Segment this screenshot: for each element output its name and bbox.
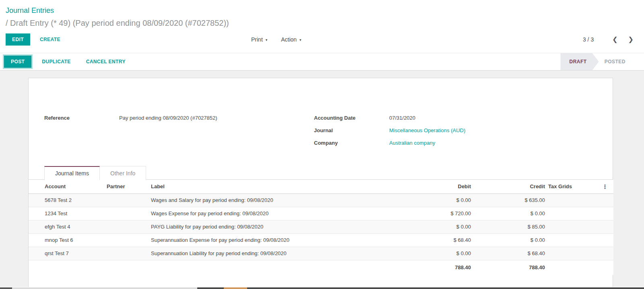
form-view-background: Reference Pay period ending 08/09/2020 (…	[0, 71, 644, 287]
status-state-posted[interactable]: POSTED	[599, 53, 633, 70]
column-header-credit[interactable]: Credit	[473, 180, 547, 193]
journal-items-table: Account Partner Label Debit Credit Tax G…	[29, 180, 613, 275]
statusbar: POST DUPLICATE CANCEL ENTRY DRAFT POSTED	[0, 53, 644, 71]
cell-partner	[105, 247, 149, 260]
cell-label: Superannuation Liability for pay period …	[149, 247, 386, 260]
cell-debit: $ 0.00	[386, 193, 473, 207]
chevron-down-icon: ▾	[299, 38, 301, 42]
cell-debit: $ 68.40	[386, 233, 473, 247]
cell-dots	[594, 207, 613, 220]
cell-dots	[594, 247, 613, 260]
journal-items-body: 5678 Test 2Wages and Salary for pay peri…	[29, 193, 613, 260]
total-debit: 788.40	[386, 260, 473, 275]
company-value-link[interactable]: Australian company	[389, 140, 435, 146]
cell-credit: $ 635.00	[473, 193, 547, 207]
table-row[interactable]: mnop Test 6Superannuation Expense for pa…	[29, 233, 613, 247]
journal-value-link[interactable]: Miscellaneous Operations (AUD)	[389, 127, 465, 133]
cell-tax_grids	[547, 207, 594, 220]
pager-value: 3 / 3	[583, 36, 594, 43]
cell-label: PAYG Liability for pay period ending: 09…	[149, 220, 386, 233]
cell-credit: $ 85.00	[473, 220, 547, 233]
bottom-edge-artifact	[224, 287, 247, 289]
accounting-date-label: Accounting Date	[314, 115, 389, 121]
cell-tax_grids	[547, 247, 594, 260]
column-header-tax-grids[interactable]: Tax Grids	[547, 180, 594, 193]
cell-credit: $ 0.00	[473, 233, 547, 247]
create-button[interactable]: CREATE	[35, 34, 65, 45]
cell-account: qrst Test 7	[29, 247, 105, 260]
form-fields: Reference Pay period ending 08/09/2020 (…	[29, 78, 613, 152]
total-credit: 788.40	[473, 260, 547, 275]
reference-value: Pay period ending 08/09/2020 (#7027852)	[119, 115, 217, 121]
table-row[interactable]: 1234 TestWages Expense for pay period en…	[29, 207, 613, 220]
optional-columns-toggle-icon[interactable]: ⋮	[602, 183, 608, 190]
table-row[interactable]: efgh Test 4PAYG Liability for pay period…	[29, 220, 613, 233]
chevron-down-icon: ▾	[266, 38, 268, 42]
cell-debit: $ 720.00	[386, 207, 473, 220]
table-totals-row: 788.40 788.40	[29, 260, 613, 275]
table-header-row: Account Partner Label Debit Credit Tax G…	[29, 180, 613, 193]
cell-tax_grids	[547, 220, 594, 233]
form-sheet: Reference Pay period ending 08/09/2020 (…	[28, 78, 613, 287]
action-dropdowns: Print ▾ Action ▾	[247, 33, 311, 46]
tab-other-info[interactable]: Other Info	[100, 166, 146, 180]
cell-account: efgh Test 4	[29, 220, 105, 233]
column-header-account[interactable]: Account	[29, 180, 105, 193]
duplicate-button[interactable]: DUPLICATE	[37, 56, 75, 67]
cell-account: mnop Test 6	[29, 233, 105, 247]
action-dropdown[interactable]: Action ▾	[277, 34, 305, 45]
notebook-tabs: Journal Items Other Info	[44, 166, 613, 180]
print-dropdown[interactable]: Print ▾	[247, 34, 271, 45]
cell-credit: $ 68.40	[473, 247, 547, 260]
cell-tax_grids	[547, 193, 594, 207]
column-header-label[interactable]: Label	[149, 180, 386, 193]
table-row[interactable]: qrst Test 7Superannuation Liability for …	[29, 247, 613, 260]
column-header-partner[interactable]: Partner	[105, 180, 149, 193]
cell-account: 1234 Test	[29, 207, 105, 220]
tab-journal-items[interactable]: Journal Items	[44, 166, 100, 180]
action-dropdown-label: Action	[281, 36, 297, 43]
cell-credit: $ 0.00	[473, 207, 547, 220]
cell-dots	[594, 233, 613, 247]
cell-dots	[594, 220, 613, 233]
accounting-date-value: 07/31/2020	[389, 115, 415, 121]
bottom-edge-artifact	[0, 287, 12, 289]
bottom-edge-artifact	[0, 287, 644, 289]
company-label: Company	[314, 140, 389, 146]
cell-debit: $ 0.00	[386, 247, 473, 260]
post-button[interactable]: POST	[4, 56, 31, 68]
journal-label: Journal	[314, 127, 389, 133]
column-header-debit[interactable]: Debit	[386, 180, 473, 193]
status-pipeline: DRAFT POSTED	[560, 53, 633, 70]
status-state-draft[interactable]: DRAFT	[560, 53, 599, 70]
cell-partner	[105, 207, 149, 220]
bottom-edge-artifact	[197, 287, 644, 289]
totals-empty	[29, 260, 105, 275]
control-panel-buttons: EDIT CREATE Print ▾ Action ▾ 3 / 3 ❮ ❯	[6, 33, 638, 46]
cell-partner	[105, 233, 149, 247]
edit-button[interactable]: EDIT	[6, 33, 30, 46]
cell-label: Superannuation Expense for pay period en…	[149, 233, 386, 247]
control-panel: Journal Entries / Draft Entry (* 49) (Pa…	[0, 0, 644, 53]
cell-partner	[105, 220, 149, 233]
cell-debit: $ 0.00	[386, 220, 473, 233]
pager-next-icon[interactable]: ❯	[626, 35, 636, 44]
cell-dots	[594, 193, 613, 207]
cell-tax_grids	[547, 233, 594, 247]
cell-label: Wages Expense for pay period ending: 09/…	[149, 207, 386, 220]
breadcrumb-current-record: / Draft Entry (* 49) (Pay period ending …	[6, 18, 638, 28]
pager-previous-icon[interactable]: ❮	[610, 35, 620, 44]
cell-label: Wages and Salary for pay period ending: …	[149, 193, 386, 207]
table-row[interactable]: 5678 Test 2Wages and Salary for pay peri…	[29, 193, 613, 207]
pager: 3 / 3 ❮ ❯	[583, 35, 636, 44]
print-dropdown-label: Print	[251, 36, 263, 43]
reference-label: Reference	[44, 115, 119, 121]
cell-account: 5678 Test 2	[29, 193, 105, 207]
breadcrumb-journal-entries[interactable]: Journal Entries	[6, 6, 638, 15]
cell-partner	[105, 193, 149, 207]
cancel-entry-button[interactable]: CANCEL ENTRY	[81, 56, 130, 67]
